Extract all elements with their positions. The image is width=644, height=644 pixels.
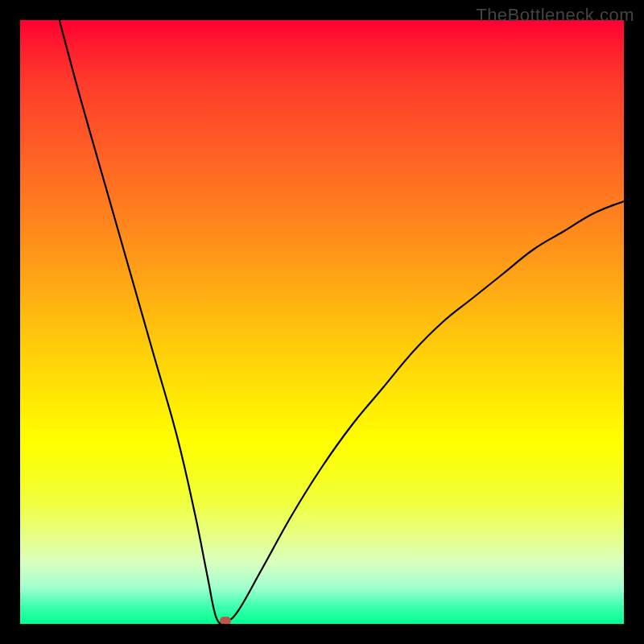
bottleneck-curve: [20, 20, 624, 624]
optimum-marker: [220, 617, 231, 624]
plot-area: [20, 20, 624, 624]
chart-frame: TheBottleneck.com: [0, 0, 644, 644]
watermark-text: TheBottleneck.com: [476, 5, 634, 26]
